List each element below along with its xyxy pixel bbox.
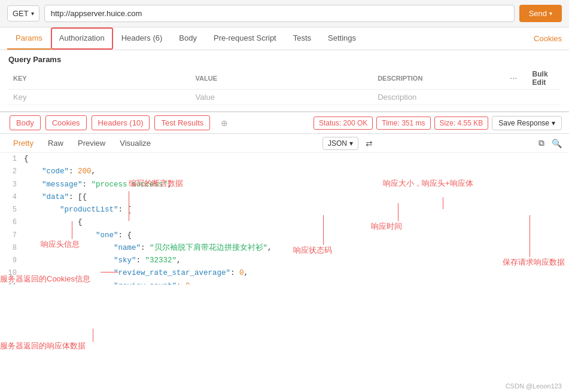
annot-server-response-body: 服务器返回的响应体数据	[0, 341, 86, 351]
line-content: "review_count": 0,	[24, 280, 569, 285]
watermark: CSDN @Leoon123	[506, 382, 562, 390]
line-number: 9	[6, 255, 24, 267]
params-row: Key Value Description	[8, 90, 561, 105]
tab-headers[interactable]: Headers (6)	[113, 27, 171, 50]
line-number: 2	[6, 166, 24, 178]
request-tabs: Params Authorization Headers (6) Body Pr…	[0, 27, 569, 50]
body-tab-pretty[interactable]: Pretty	[7, 136, 39, 150]
tab-tests[interactable]: Tests	[285, 27, 320, 50]
status-badge: Status: 200 OK	[314, 117, 373, 130]
line-content: "code": 200,	[24, 166, 569, 178]
resp-tab-cookies[interactable]: Cookies	[45, 115, 87, 130]
send-button[interactable]: Send ▾	[519, 5, 562, 22]
line-content: {	[24, 216, 569, 229]
description-input-cell[interactable]: Description	[373, 90, 506, 105]
response-tabs-row: Body Cookies Headers (10) Test Results ⊕…	[0, 112, 569, 134]
col-dots: ···	[506, 68, 528, 90]
tab-settings[interactable]: Settings	[320, 27, 364, 50]
tab-pre-request-script[interactable]: Pre-request Script	[205, 27, 285, 50]
resp-tab-headers[interactable]: Headers (10)	[92, 115, 150, 130]
line-number: 11	[6, 280, 24, 285]
format-select[interactable]: JSON ▾	[322, 137, 358, 150]
table-row: 5 "productList": [	[6, 204, 569, 216]
query-params-title: Query Params	[8, 55, 561, 64]
method-label: GET	[13, 9, 29, 18]
col-value: VALUE	[191, 68, 373, 90]
line-content: "review_rate_star_average": 0,	[24, 267, 569, 280]
line-content: "sky": "32332",	[24, 255, 569, 267]
tab-body[interactable]: Body	[171, 27, 205, 50]
line-number: 7	[6, 229, 24, 242]
table-row: 8 "name": "贝尔袖脱下肩带花边拼接女衬衫",	[6, 242, 569, 255]
col-key: KEY	[8, 68, 191, 90]
table-row: 7 "one": {	[6, 229, 569, 242]
format-chevron-icon: ▾	[349, 139, 353, 148]
key-input-cell[interactable]: Key	[8, 90, 191, 105]
line-content: "name": "贝尔袖脱下肩带花边拼接女衬衫",	[24, 242, 569, 255]
page-wrapper: GET ▾ Send ▾ Params Authorization Header…	[0, 0, 569, 392]
line-content: {	[24, 153, 569, 166]
json-body[interactable]: 1{2 "code": 200,3 "message": "process su…	[0, 153, 569, 284]
tab-authorization[interactable]: Authorization	[51, 27, 113, 50]
line-content: "message": "process success",	[24, 179, 569, 191]
response-area: Body Cookies Headers (10) Test Results ⊕…	[0, 111, 569, 284]
params-table: KEY VALUE DESCRIPTION ··· Bulk Edit Key …	[8, 68, 561, 105]
send-chevron-icon: ▾	[549, 10, 552, 17]
save-response-button[interactable]: Save Response ▾	[492, 116, 562, 130]
query-params-section: Query Params KEY VALUE DESCRIPTION ··· B…	[0, 50, 569, 105]
response-status-group: Status: 200 OK Time: 351 ms Size: 4.55 K…	[314, 116, 562, 130]
line-content: "data": [{	[24, 191, 569, 204]
col-description: DESCRIPTION	[373, 68, 506, 90]
size-badge: Size: 4.55 KB	[434, 117, 489, 130]
globe-icon: ⊕	[221, 118, 228, 128]
col-bulk-edit[interactable]: Bulk Edit	[528, 68, 561, 90]
wrap-icon[interactable]: ⇄	[366, 139, 373, 148]
tab-params[interactable]: Params	[7, 27, 51, 50]
table-row: 3 "message": "process success",	[6, 179, 569, 191]
table-row: 9 "sky": "32332",	[6, 255, 569, 267]
line-number: 3	[6, 179, 24, 191]
body-tab-visualize[interactable]: Visualize	[114, 136, 157, 150]
body-tab-preview[interactable]: Preview	[72, 136, 111, 150]
url-bar: GET ▾ Send ▾	[0, 0, 569, 27]
line-number: 1	[6, 153, 24, 166]
table-row: 10 "review_rate_star_average": 0,	[6, 267, 569, 280]
resp-tab-body[interactable]: Body	[10, 115, 41, 130]
table-row: 4 "data": [{	[6, 191, 569, 204]
value-input-cell[interactable]: Value	[191, 90, 373, 105]
time-badge: Time: 351 ms	[376, 117, 430, 130]
line-number: 5	[6, 204, 24, 216]
line-content: "one": {	[24, 229, 569, 242]
line-number: 4	[6, 191, 24, 204]
cookies-link[interactable]: Cookies	[534, 34, 562, 43]
body-tab-raw[interactable]: Raw	[42, 136, 69, 150]
resp-tab-test-results[interactable]: Test Results	[154, 115, 210, 130]
method-select[interactable]: GET ▾	[7, 5, 39, 22]
body-tabs-row: Pretty Raw Preview Visualize JSON ▾ ⇄ ⧉ …	[0, 134, 569, 153]
line-number: 6	[6, 216, 24, 229]
table-row: 6 {	[6, 216, 569, 229]
table-row: 1{	[6, 153, 569, 166]
save-response-chevron-icon: ▾	[552, 119, 555, 127]
method-chevron-icon: ▾	[31, 10, 34, 17]
line-number: 10	[6, 267, 24, 280]
line-number: 8	[6, 242, 24, 255]
line-content: "productList": [	[24, 204, 569, 216]
table-row: 2 "code": 200,	[6, 166, 569, 178]
send-label: Send	[529, 9, 547, 18]
search-icon[interactable]: 🔍	[552, 139, 562, 148]
url-input[interactable]	[44, 5, 515, 22]
copy-icon[interactable]: ⧉	[538, 138, 544, 148]
table-row: 11 "review_count": 0,	[6, 280, 569, 285]
